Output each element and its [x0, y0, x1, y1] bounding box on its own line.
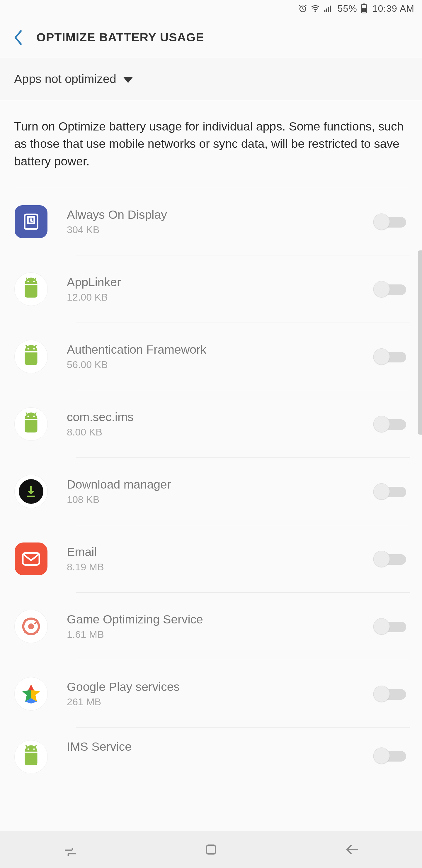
svg-rect-4 [328, 7, 329, 12]
navigation-bar [0, 831, 422, 868]
list-item: Always On Display 304 KB [12, 188, 410, 255]
email-icon [15, 542, 47, 575]
list-item: Google Play services 261 MB [12, 660, 410, 727]
battery-icon [361, 3, 367, 13]
toggle-switch[interactable] [374, 483, 406, 500]
app-size: 12.00 KB [67, 291, 374, 303]
app-name: Game Optimizing Service [67, 613, 374, 626]
svg-rect-23 [206, 845, 216, 854]
svg-rect-18 [23, 553, 39, 565]
app-size: 261 MB [67, 696, 374, 708]
toggle-switch[interactable] [374, 618, 406, 635]
svg-rect-2 [324, 10, 325, 12]
battery-percent: 55% [337, 3, 357, 14]
caret-down-icon [123, 77, 133, 83]
list-item: Download manager 108 KB [12, 458, 410, 525]
list-item: AppLinker 12.00 KB [12, 255, 410, 323]
recents-button[interactable] [59, 838, 82, 861]
signal-icon [324, 4, 332, 13]
toggle-switch[interactable] [374, 415, 406, 433]
back-nav-button[interactable] [340, 838, 363, 861]
toggle-switch[interactable] [374, 348, 406, 365]
svg-rect-5 [330, 6, 331, 12]
app-name: Always On Display [67, 208, 374, 222]
toggle-switch[interactable] [374, 685, 406, 703]
svg-point-15 [27, 415, 29, 417]
status-bar: 55% 10:39 AM [0, 0, 422, 17]
svg-rect-17 [27, 496, 35, 497]
list-item: com.sec.ims 8.00 KB [12, 390, 410, 458]
list-item: Email 8.19 MB [12, 525, 410, 593]
svg-point-21 [27, 748, 29, 750]
download-icon [15, 475, 47, 508]
toggle-switch[interactable] [374, 280, 406, 298]
android-icon [15, 273, 47, 306]
game-optimizing-icon [15, 610, 47, 643]
app-name: Email [67, 545, 374, 559]
header-bar: OPTIMIZE BATTERY USAGE [0, 17, 422, 58]
svg-point-16 [33, 415, 35, 417]
play-services-icon [15, 677, 47, 710]
svg-point-12 [33, 281, 35, 282]
svg-point-13 [27, 348, 29, 349]
android-icon [15, 408, 47, 440]
list-item: Game Optimizing Service 1.61 MB [12, 593, 410, 660]
toggle-switch[interactable] [374, 747, 406, 765]
svg-point-20 [28, 623, 34, 629]
svg-point-11 [27, 281, 29, 282]
svg-point-22 [33, 748, 35, 750]
app-size: 108 KB [67, 494, 374, 505]
svg-rect-3 [326, 8, 327, 12]
app-name: Google Play services [67, 680, 374, 694]
alarm-icon [298, 4, 307, 13]
app-size: 8.00 KB [67, 426, 374, 438]
app-size: 1.61 MB [67, 629, 374, 640]
filter-dropdown[interactable]: Apps not optimized [0, 58, 422, 100]
wifi-icon [311, 4, 320, 13]
filter-label: Apps not optimized [14, 72, 116, 86]
app-name: com.sec.ims [67, 410, 374, 424]
svg-point-1 [315, 11, 316, 12]
toggle-switch[interactable] [374, 213, 406, 230]
svg-rect-7 [363, 3, 365, 4]
description-text: Turn on Optimize battery usage for indiv… [0, 100, 422, 188]
status-time: 10:39 AM [372, 3, 414, 14]
app-name: Authentication Framework [67, 343, 374, 356]
list-item: IMS Service [12, 727, 410, 773]
svg-rect-8 [362, 8, 366, 12]
app-size: 8.19 MB [67, 561, 374, 573]
app-size: 304 KB [67, 224, 374, 236]
android-icon [15, 340, 47, 373]
app-name: Download manager [67, 478, 374, 492]
android-icon [15, 740, 47, 773]
back-button[interactable] [12, 31, 25, 44]
list-item: Authentication Framework 56.00 KB [12, 323, 410, 390]
app-list: Always On Display 304 KB AppLinker 12.00… [0, 188, 422, 773]
scroll-indicator[interactable] [418, 250, 422, 435]
app-name: IMS Service [67, 740, 374, 754]
aod-icon [15, 205, 47, 238]
app-name: AppLinker [67, 275, 374, 289]
app-size: 56.00 KB [67, 359, 374, 370]
svg-point-14 [33, 348, 35, 349]
toggle-switch[interactable] [374, 550, 406, 568]
page-title: OPTIMIZE BATTERY USAGE [36, 31, 204, 44]
home-button[interactable] [199, 838, 223, 861]
